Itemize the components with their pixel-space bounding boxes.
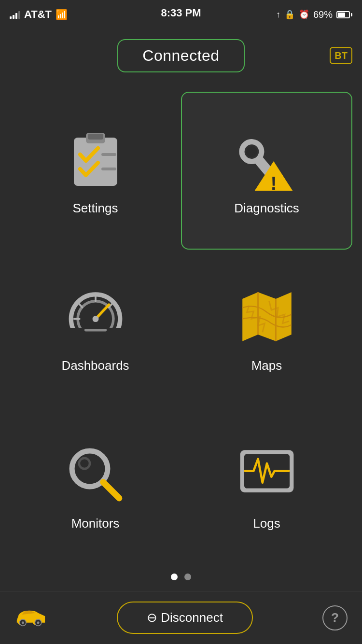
location-icon: ↑ <box>276 10 280 20</box>
pagination <box>0 565 362 589</box>
maps-label: Maps <box>251 358 282 373</box>
settings-label: Settings <box>73 201 118 216</box>
disconnect-button[interactable]: ⊖ Disconnect <box>117 602 253 634</box>
monitors-label: Monitors <box>71 516 120 531</box>
dashboards-label: Dashboards <box>61 358 129 373</box>
logs-button[interactable]: Logs <box>181 407 352 565</box>
time-label: 8:33 PM <box>161 7 201 19</box>
maps-button[interactable]: Maps <box>181 250 352 407</box>
battery-icon <box>336 11 352 18</box>
logs-icon <box>233 441 301 508</box>
carrier-label: AT&T <box>24 8 52 21</box>
bt-badge[interactable]: BT <box>330 47 352 64</box>
help-label: ? <box>331 610 339 625</box>
diagnostics-button[interactable]: ! Diagnostics <box>181 92 352 250</box>
car-icon <box>14 607 47 629</box>
svg-text:!: ! <box>270 173 277 191</box>
settings-button[interactable]: Settings <box>10 92 181 250</box>
dashboards-icon <box>62 283 129 350</box>
monitors-icon <box>62 441 129 508</box>
diagnostics-label: Diagnostics <box>234 201 299 216</box>
settings-icon <box>62 126 129 193</box>
disconnect-label: ⊖ Disconnect <box>147 610 223 625</box>
diagnostics-icon: ! <box>233 126 301 193</box>
status-left: AT&T 📶 <box>10 8 68 21</box>
status-bar: AT&T 📶 8:33 PM ↑ 🔒 ⏰ 69% <box>0 0 362 29</box>
svg-point-24 <box>79 458 89 469</box>
svg-rect-0 <box>74 138 117 186</box>
help-button[interactable]: ? <box>322 605 348 630</box>
lock-icon: 🔒 <box>284 9 295 20</box>
maps-icon <box>233 283 301 350</box>
svg-line-23 <box>103 482 119 498</box>
pagination-dot-2[interactable] <box>184 574 191 580</box>
svg-line-17 <box>78 304 82 308</box>
monitors-button[interactable]: Monitors <box>10 407 181 565</box>
battery-percent: 69% <box>313 9 333 20</box>
svg-point-29 <box>22 621 24 624</box>
svg-point-20 <box>92 316 98 322</box>
svg-rect-21 <box>84 329 106 332</box>
connected-badge[interactable]: Connected <box>117 39 244 72</box>
logs-label: Logs <box>253 516 280 531</box>
svg-rect-2 <box>88 134 103 140</box>
bottom-bar: ⊖ Disconnect ? <box>0 591 362 644</box>
dashboards-button[interactable]: Dashboards <box>10 250 181 407</box>
alarm-icon: ⏰ <box>299 9 309 20</box>
wifi-icon: 📶 <box>56 9 68 20</box>
header: Connected BT <box>0 29 362 82</box>
signal-bars-icon <box>10 10 20 19</box>
pagination-dot-1[interactable] <box>171 574 178 580</box>
main-grid: Settings ! Diagnostics <box>0 82 362 565</box>
svg-point-30 <box>37 621 40 624</box>
status-right: ↑ 🔒 ⏰ 69% <box>276 9 352 20</box>
